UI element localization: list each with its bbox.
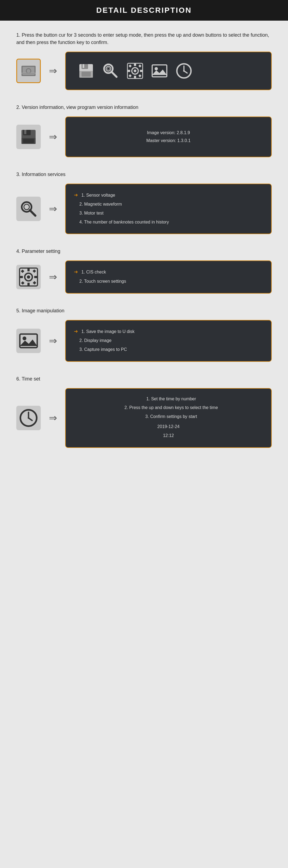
svg-rect-22: [128, 64, 132, 67]
section-4-arrow: ⇒: [49, 271, 57, 283]
svg-rect-10: [82, 72, 91, 76]
floppy-icon: [20, 129, 37, 145]
section-6-dark-box: 1. Set the time by number 2. Press the u…: [65, 388, 272, 448]
svg-line-13: [111, 72, 117, 77]
master-version-value: 1.3.0.1: [177, 138, 191, 143]
section-5-item-1: ➜ 1. Save the image to U disk: [74, 327, 263, 336]
section-2-icon-box: [16, 125, 41, 149]
page-header: DETAIL DESCRIPTION: [0, 0, 288, 21]
section-5-icon-box: [16, 329, 41, 353]
section-4-bullet: ➜: [74, 268, 78, 276]
svg-rect-50: [33, 281, 36, 285]
svg-point-38: [24, 204, 29, 210]
svg-rect-43: [27, 268, 30, 271]
section-3-bullet: ➜: [74, 191, 78, 199]
section-2-dark-box: Image version: 2.8.1.9 Master version: 1…: [65, 117, 272, 157]
gear-icon: [19, 268, 38, 286]
section-4-dark-box: ➜ 1. CIS check 2. Touch screen settings: [65, 260, 272, 293]
svg-rect-23: [138, 64, 141, 67]
section-1-arrow: ⇒: [49, 65, 57, 76]
section-1-body: ⇒: [16, 52, 272, 90]
section-5-item-3: 3. Capture images to PC: [79, 346, 263, 353]
money-icon: [20, 64, 37, 79]
section-4-left: [16, 265, 41, 289]
image-version-value: 2.8.1.9: [177, 130, 190, 135]
section-3-body: ⇒ ➜ 1. Sensor voltage 2. Magnetic wavefo…: [16, 184, 272, 235]
svg-rect-18: [134, 63, 136, 66]
svg-rect-21: [140, 70, 143, 72]
section-2-body: ⇒ Image version: 2.8.1.9 Master version:…: [16, 117, 272, 157]
section-6-item-3: 3. Confirm settings by start: [79, 413, 263, 421]
section-3-icon-box: [16, 197, 41, 221]
svg-rect-44: [27, 283, 30, 286]
magnify-icon: [19, 199, 38, 218]
section-5-arrow: ⇒: [49, 335, 57, 346]
svg-rect-48: [33, 270, 36, 273]
grid-save-icon: [77, 61, 96, 81]
section-1-title: 1. Press the button cur for 3 seconds to…: [16, 31, 272, 46]
section-2-title: 2. Version information, view program ver…: [16, 104, 272, 111]
section-4-item-1: ➜ 1. CIS check: [74, 268, 263, 276]
section-4: 4. Parameter setting: [16, 248, 272, 293]
section-5-dark-box: ➜ 1. Save the image to U disk 2. Display…: [65, 320, 272, 362]
section-3-arrow: ⇒: [49, 203, 57, 215]
svg-rect-34: [24, 130, 26, 134]
svg-rect-19: [134, 76, 136, 79]
image-icon: [19, 332, 38, 349]
svg-rect-49: [21, 281, 25, 285]
section-2: 2. Version information, view program ver…: [16, 104, 272, 157]
svg-rect-26: [152, 65, 167, 77]
section-5-bullet: ➜: [74, 327, 78, 336]
section-1-dark-box: [65, 52, 272, 90]
grid-image-icon: [150, 61, 169, 81]
section-3-left: [16, 197, 41, 221]
svg-rect-45: [20, 276, 23, 278]
section-1-icons-grid: [74, 59, 263, 83]
main-content: 1. Press the button cur for 3 seconds to…: [0, 21, 288, 472]
svg-point-31: [183, 70, 185, 72]
section-6-arrow: ⇒: [49, 412, 57, 424]
section-2-arrow: ⇒: [49, 131, 57, 143]
svg-rect-47: [21, 270, 25, 273]
section-3-title: 3. Information services: [16, 171, 272, 178]
section-5: 5. Image manipulation ⇒ ➜ 1. Save the im…: [16, 307, 272, 362]
section-6-time: 12:12: [74, 432, 263, 440]
svg-rect-7: [82, 64, 88, 69]
clock-icon: [19, 408, 38, 428]
section-6-body: ⇒ 1. Set the time by number 2. Press the…: [16, 388, 272, 448]
section-6-left: [16, 406, 41, 430]
section-3-item-1: ➜ 1. Sensor voltage: [74, 191, 263, 199]
section-6-item-1: 1. Set the time by number: [79, 395, 263, 403]
grid-search-icon: [101, 61, 120, 81]
section-5-title: 5. Image manipulation: [16, 307, 272, 314]
section-4-item-2: 2. Touch screen settings: [79, 278, 263, 285]
image-version-label: Image version:: [147, 130, 175, 135]
svg-point-12: [106, 66, 111, 71]
svg-point-14: [107, 67, 110, 70]
section-4-icon-box: [16, 265, 41, 289]
section-3-item-4: 4. The number of banknotes counted in hi…: [79, 218, 263, 226]
svg-rect-36: [23, 139, 34, 143]
master-version-line: Master version: 1.3.0.1: [74, 137, 263, 145]
section-5-body: ⇒ ➜ 1. Save the image to U disk 2. Displ…: [16, 320, 272, 362]
svg-point-52: [23, 337, 26, 340]
svg-rect-8: [83, 64, 84, 68]
image-version-line: Image version: 2.8.1.9: [74, 129, 263, 137]
section-5-item-2: 2. Display image: [79, 337, 263, 345]
section-5-left: [16, 329, 41, 353]
section-6-icon-box: [16, 406, 41, 430]
grid-settings-icon: [125, 61, 145, 81]
grid-clock-icon: [174, 61, 194, 81]
svg-point-42: [27, 275, 30, 279]
section-3-item-3: 3. Motor test: [79, 209, 263, 217]
section-6-title: 6. Time set: [16, 375, 272, 383]
section-1-left: [16, 59, 41, 83]
page-title: DETAIL DESCRIPTION: [96, 6, 192, 14]
section-4-body: ⇒ ➜ 1. CIS check 2. Touch screen setting…: [16, 260, 272, 293]
section-3-item-2: 2. Magnetic waveform: [79, 200, 263, 208]
svg-line-39: [30, 210, 35, 216]
section-6-date: 2019-12-24: [74, 423, 263, 431]
section-1: 1. Press the button cur for 3 seconds to…: [16, 31, 272, 90]
svg-rect-20: [127, 70, 130, 72]
section-6-item-2: 2. Press the up and down keys to select …: [79, 404, 263, 412]
